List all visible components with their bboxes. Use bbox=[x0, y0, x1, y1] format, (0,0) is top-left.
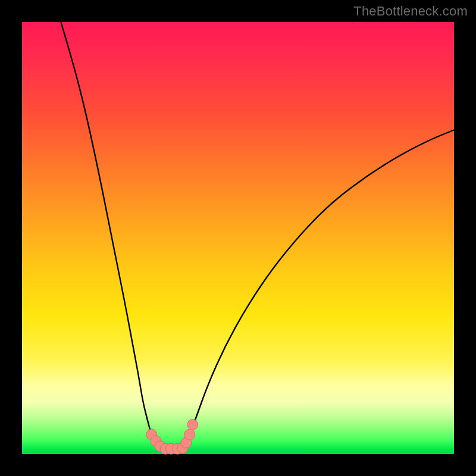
bottleneck-curve bbox=[61, 22, 454, 450]
plot-area bbox=[22, 22, 454, 454]
curve-svg bbox=[22, 22, 454, 454]
curve-marker bbox=[187, 419, 198, 430]
watermark-text: TheBottleneck.com bbox=[353, 4, 468, 19]
curve-markers bbox=[146, 419, 198, 455]
outer-frame: TheBottleneck.com bbox=[0, 0, 476, 476]
curve-marker bbox=[184, 429, 195, 440]
